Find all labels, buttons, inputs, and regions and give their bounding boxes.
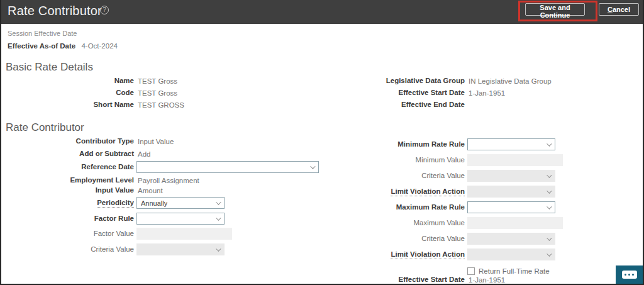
chevron-down-icon <box>547 251 552 256</box>
name-row: Name TEST Gross <box>1 75 177 87</box>
minimum-rate-rule-label: Minimum Rate Rule <box>323 140 465 148</box>
code-row: Code TEST Gross <box>1 87 177 99</box>
minimum-rate-rule-select[interactable] <box>467 138 555 150</box>
criteria-value-select <box>136 243 225 255</box>
maximum-value-label: Maximum Value <box>323 219 465 227</box>
page-header: Rate Contributor ? Save and Continue Can… <box>1 0 643 24</box>
input-value-label: Input Value <box>1 186 134 194</box>
criteria-value-select <box>467 233 555 245</box>
chevron-down-icon <box>547 188 552 193</box>
criteria-value-row-left: Criteria Value <box>1 243 225 255</box>
name-label: Name <box>1 77 134 85</box>
cancel-button[interactable]: Cancel <box>599 3 639 16</box>
factor-value-input <box>136 228 232 240</box>
cancel-label-rest: ancel <box>613 6 630 13</box>
criteria-value-label: Criteria Value <box>323 172 465 180</box>
factor-value-label: Factor Value <box>1 230 134 238</box>
contributor-type-value: Input Value <box>138 138 174 145</box>
chevron-down-icon <box>547 204 552 209</box>
criteria-value-row-min: Criteria Value <box>323 170 555 182</box>
effective-start-date-label: Effective Start Date <box>323 89 465 97</box>
legislative-data-group-row: Legislative Data Group IN Legislative Da… <box>323 75 552 87</box>
chevron-down-icon <box>216 215 221 220</box>
input-value-row: Input Value Amount <box>1 184 163 196</box>
short-name-row: Short Name TEST GROSS <box>1 99 184 111</box>
limit-violation-action-select <box>467 186 555 198</box>
periodicity-selected: Annually <box>141 199 167 207</box>
minimum-value-label: Minimum Value <box>323 156 465 164</box>
factor-rule-row: Factor Rule <box>1 213 225 225</box>
limit-violation-action-select <box>467 249 555 260</box>
chevron-down-icon <box>547 235 552 240</box>
chevron-down-icon <box>547 141 552 146</box>
minimum-value-input <box>467 154 563 166</box>
limit-violation-action-row-max: Limit Violation Action <box>323 249 555 260</box>
help-icon[interactable]: ? <box>100 6 109 14</box>
criteria-value-label: Criteria Value <box>1 245 134 254</box>
legislative-data-group-label: Legislative Data Group <box>323 77 465 85</box>
short-name-label: Short Name <box>1 101 134 109</box>
criteria-value-select <box>467 170 555 182</box>
chat-dots-icon <box>622 271 637 279</box>
employment-level-value: Payroll Assignment <box>138 177 199 184</box>
maximum-rate-rule-label: Maximum Rate Rule <box>323 203 465 211</box>
employment-level-label: Employment Level <box>1 176 134 184</box>
effective-start-date-row: Effective Start Date 1-Jan-1951 <box>323 87 505 99</box>
legislative-data-group-value: IN Legislative Data Group <box>469 77 552 85</box>
effective-end-date-row: Effective End Date <box>323 99 469 111</box>
factor-value-row: Factor Value <box>1 228 232 240</box>
minimum-value-row: Minimum Value <box>323 154 563 166</box>
effective-start-date-value: 1-Jan-1951 <box>469 276 505 284</box>
reference-date-select[interactable] <box>136 161 319 173</box>
effective-asof-date-row: Effective As-of Date 4-Oct-2024 <box>8 42 118 50</box>
input-value-value: Amount <box>138 187 163 194</box>
effective-start-date-value: 1-Jan-1951 <box>469 89 505 97</box>
short-name-value: TEST GROSS <box>138 101 184 109</box>
chevron-down-icon <box>216 246 221 251</box>
limit-violation-action-label: Limit Violation Action <box>323 187 465 196</box>
effective-start-date-label: Effective Start Date <box>323 276 465 284</box>
periodicity-row: Periodicity Annually <box>1 197 225 209</box>
session-effective-date-label: Session Effective Date <box>8 30 77 37</box>
minimum-rate-rule-row: Minimum Rate Rule <box>323 138 555 150</box>
add-or-subtract-row: Add or Subtract Add <box>1 148 150 160</box>
criteria-value-row-max: Criteria Value <box>323 233 555 245</box>
limit-violation-action-row-min: Limit Violation Action <box>323 186 555 198</box>
chevron-down-icon <box>216 199 221 204</box>
periodicity-select[interactable]: Annually <box>136 197 225 209</box>
contributor-type-row: Contributor Type Input Value <box>1 135 174 147</box>
code-label: Code <box>1 89 134 97</box>
chevron-down-icon <box>547 172 552 177</box>
factor-rule-label: Factor Rule <box>1 215 134 223</box>
cancel-accel-letter: C <box>608 6 613 13</box>
rate-contributor-heading: Rate Contributor <box>6 121 84 134</box>
rate-contributor-page: Rate Contributor ? Save and Continue Can… <box>0 0 644 285</box>
criteria-value-label: Criteria Value <box>323 235 465 243</box>
annotation-highlight-box <box>518 1 597 21</box>
factor-rule-select[interactable] <box>136 213 225 225</box>
page-title: Rate Contributor <box>8 4 102 18</box>
effective-asof-date-value: 4-Oct-2024 <box>81 42 118 50</box>
basic-rate-details-heading: Basic Rate Details <box>6 61 93 74</box>
reference-date-row: Reference Date <box>1 161 319 173</box>
effective-asof-date-label: Effective As-of Date <box>8 42 75 50</box>
contributor-type-label: Contributor Type <box>1 137 134 145</box>
chevron-down-icon <box>310 164 315 169</box>
code-value: TEST Gross <box>138 89 177 97</box>
maximum-value-input <box>467 217 563 229</box>
periodicity-label: Periodicity <box>1 199 134 207</box>
name-value: TEST Gross <box>138 77 177 85</box>
limit-violation-action-label: Limit Violation Action <box>323 250 465 259</box>
effective-end-date-label: Effective End Date <box>323 101 465 109</box>
add-or-subtract-value: Add <box>138 150 150 158</box>
reference-date-label: Reference Date <box>1 163 134 171</box>
maximum-rate-rule-select[interactable] <box>467 201 555 213</box>
maximum-rate-rule-row: Maximum Rate Rule <box>323 201 555 213</box>
effective-start-date-row-bottom: Effective Start Date 1-Jan-1951 <box>323 274 505 285</box>
chat-button[interactable] <box>616 265 643 284</box>
maximum-value-row: Maximum Value <box>323 217 563 229</box>
add-or-subtract-label: Add or Subtract <box>1 150 134 158</box>
